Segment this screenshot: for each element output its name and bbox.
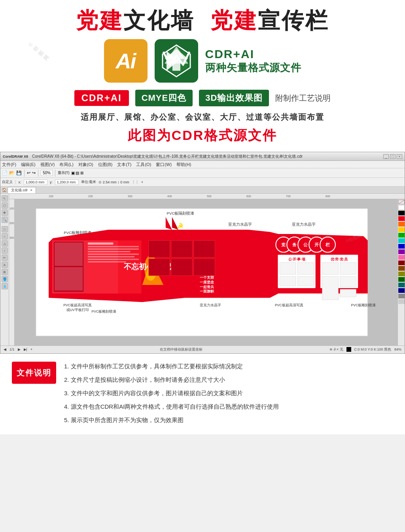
swatch-lightgray[interactable] (398, 299, 405, 304)
ai-label: Ai (116, 49, 136, 73)
swatch-cyan[interactable] (398, 238, 405, 243)
toolbar-open[interactable]: 📂 (9, 170, 15, 175)
svg-text:亚克力水晶字: 亚克力水晶字 (200, 303, 221, 307)
swatch-purple[interactable] (398, 249, 405, 254)
software-line1: CDR+AI (205, 47, 301, 61)
tool-pan[interactable]: ✥ (2, 209, 8, 216)
tool-table[interactable]: ⊞ (2, 269, 8, 275)
file-desc-item-2: 2. 文件尺寸是投稿比例缩小设计，制作时请务必注意尺寸大小 (64, 375, 393, 385)
page-count: 1/1 (9, 347, 15, 351)
swatch-green[interactable] (398, 233, 405, 238)
menu-edit[interactable]: 编辑(E) (21, 162, 36, 168)
svg-rect-19 (88, 246, 139, 247)
file-desc-item-4: 4. 源文件包含CDR和AI两种文件格式，使用者可自行选择自己熟悉的软件进行使用 (64, 402, 393, 411)
snap-icons-status: ≋ ∂ × 无 (329, 347, 343, 352)
big-note: 此图为CDR格式源文件 (12, 126, 393, 145)
page-nav-prev[interactable]: ◀ (4, 347, 6, 351)
menu-text[interactable]: 文本(T) (117, 162, 131, 168)
swatch-white[interactable] (398, 205, 405, 210)
toolbar-new[interactable]: 📄 (2, 170, 8, 175)
tool-node[interactable]: ⬡ (2, 202, 8, 209)
page-nav-end[interactable]: ▶| (24, 347, 27, 351)
doc-tab-main[interactable]: 文化墙.cdr × (8, 187, 36, 193)
svg-text:务: 务 (292, 242, 297, 247)
ruler-horizontal: 100 200 300 400 500 600 700 800 (9, 194, 405, 199)
swatch-gray[interactable] (398, 294, 405, 298)
coord-x-val[interactable]: 1,000.0 mm (24, 179, 47, 185)
menubar: 文件(F) 编辑(E) 视图(V) 布局(L) 对象(O) 位图(B) 文本(T… (0, 161, 405, 168)
swatch-navy[interactable] (398, 288, 405, 293)
swatch-brown[interactable] (398, 266, 405, 271)
cdr-window: CorelDRAW X8 CorelDRAW X8 (64-Bit) - C:\… (0, 152, 405, 354)
svg-rect-58 (194, 240, 215, 257)
menu-file[interactable]: 文件(F) (2, 162, 16, 168)
title-red-1: 党建 (76, 8, 123, 33)
swatch-darkgreen[interactable] (398, 277, 405, 282)
ruler-mark-6: 600 (246, 195, 251, 198)
swatch-black[interactable] (398, 211, 405, 215)
svg-text:☭: ☭ (176, 222, 183, 230)
swatch-orange[interactable] (398, 222, 405, 226)
menu-tools[interactable]: 工具(O) (136, 162, 151, 168)
swatch-none[interactable] (398, 200, 405, 204)
svg-text:PVC板超高清写真: PVC板超高清写真 (275, 303, 303, 307)
zoom-value[interactable]: 50% (41, 170, 53, 176)
snap-icons: ⊙ 2.54 mm ↕ 0 mm (98, 180, 129, 184)
tool-eyedrop[interactable]: 💧 (2, 283, 8, 289)
tool-text[interactable]: A (2, 262, 8, 268)
canvas-main[interactable]: ©创图网 PVC板隔刻喷漆 PVC板雕刻喷漆 亚克力水晶字 亚克力水晶字 (15, 199, 397, 345)
svg-rect-57 (171, 240, 193, 257)
software-line2: 两种矢量格式源文件 (205, 61, 301, 75)
toolbar-undo[interactable]: ↩ (27, 170, 30, 175)
svg-rect-59 (149, 259, 170, 276)
tool-fill[interactable]: 🪣 (2, 276, 8, 282)
svg-text:或UV平板打印: 或UV平板打印 (66, 308, 89, 312)
tool-select[interactable]: ↖ (2, 195, 8, 202)
tool-polygon[interactable]: △ (2, 240, 8, 247)
svg-rect-20 (88, 249, 139, 250)
minimize-button[interactable]: _ (383, 154, 389, 159)
menu-help[interactable]: 帮助(H) (176, 162, 191, 168)
toolbar-redo[interactable]: ↪ (32, 170, 36, 175)
coord-y-val[interactable]: 1,200.0 mm (55, 179, 79, 185)
ruler-vertical: 100 200 300 (9, 199, 15, 345)
canvas-body: 100 200 300 ©创图网 PVC板隔刻喷漆 P (9, 199, 405, 345)
badge-3d: 3D输出效果图 (199, 90, 269, 106)
close-button[interactable]: × (397, 154, 402, 159)
menu-window[interactable]: 窗口(W) (156, 162, 172, 168)
svg-rect-21 (88, 251, 131, 252)
cdr-icon (155, 39, 198, 83)
badge-cdr-ai: CDR+AI (74, 90, 129, 106)
canvas-with-ruler: 100 200 300 400 500 600 700 800 100 200 … (9, 194, 405, 345)
toolbar-icons: ▣ ▤ ⊞ (71, 171, 84, 175)
software-row: ©创图网 Ai CDR+AI 两种矢量格式源文件 (12, 39, 393, 83)
toolbar-display[interactable]: 显示(T) (58, 170, 70, 175)
swatch-red[interactable] (398, 216, 405, 221)
tool-line[interactable]: / (2, 247, 8, 254)
swatch-teal[interactable] (398, 283, 405, 287)
swatch-blue[interactable] (398, 244, 405, 249)
tool-pen[interactable]: ✏ (2, 255, 8, 261)
badge-cmyk: CMYE四色 (135, 90, 193, 106)
file-desc-item-1: 1. 文件中所标制作工艺仅供参考，具体制作工艺要根据实际情况制定 (64, 362, 393, 371)
svg-rect-41 (280, 262, 296, 274)
svg-rect-23 (88, 256, 134, 257)
menu-bitmap[interactable]: 位图(B) (98, 162, 113, 168)
menu-object[interactable]: 对象(O) (78, 162, 93, 168)
menu-view[interactable]: 视图(V) (40, 162, 55, 168)
left-tools: ↖ ⬡ ✥ 🔍 □ ○ △ / ✏ A ⊞ 🪣 💧 (0, 194, 9, 345)
maximize-button[interactable]: □ (390, 154, 396, 159)
doc-tab-close[interactable]: × (30, 188, 32, 192)
page-nav-next[interactable]: ▶ (18, 347, 21, 351)
swatch-olive[interactable] (398, 272, 405, 276)
tool-ellipse[interactable]: ○ (2, 233, 8, 240)
tool-rect[interactable]: □ (2, 226, 8, 232)
menu-layout[interactable]: 布局(L) (59, 162, 73, 168)
tool-zoom[interactable]: 🔍 (2, 217, 8, 223)
toolbar-sep1 (24, 170, 25, 177)
swatch-darkred[interactable] (398, 260, 405, 265)
page-add[interactable]: + (30, 347, 32, 351)
toolbar-save[interactable]: 💾 (16, 170, 22, 175)
swatch-pink[interactable] (398, 255, 405, 260)
swatch-yellow[interactable] (398, 227, 405, 232)
